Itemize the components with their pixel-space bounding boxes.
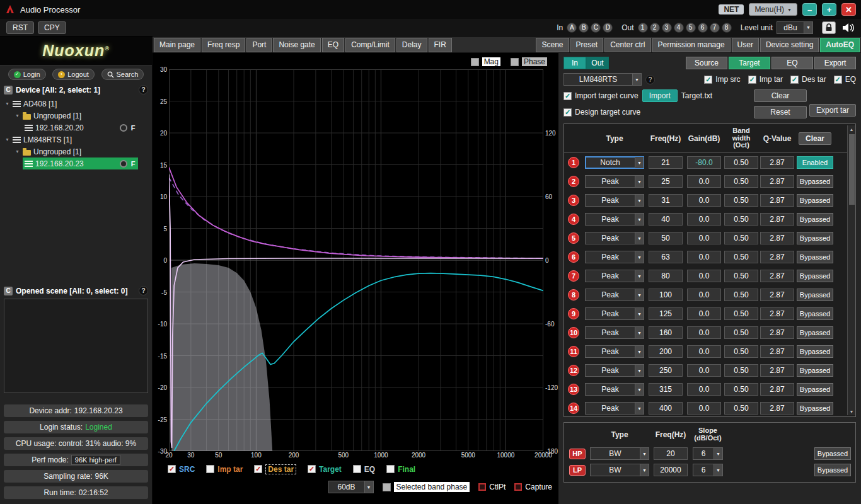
help-icon[interactable]: ? [139,286,148,295]
out-channel-5[interactable]: 5 [686,23,696,33]
range-select[interactable]: 60dB ▼ [328,481,374,493]
band-state-button[interactable]: Enabled [797,156,833,169]
band-freq-input[interactable]: 400 [649,402,683,415]
band-width-input[interactable]: 0.50 [724,345,758,358]
band-q-input[interactable]: 2.87 [760,289,794,301]
panel-tab-eq[interactable]: EQ [771,57,813,69]
device-select[interactable]: LM848RTS ▼ [563,73,642,86]
tab-main-page[interactable]: Main page [154,38,200,52]
xover-state-button[interactable]: Bypassed [814,464,851,476]
expand-arrow-icon[interactable]: ▾ [14,113,20,118]
legend-des-tar[interactable]: ✓Des tar [254,464,296,474]
in-channel-c[interactable]: C [591,23,601,33]
xover-type-select[interactable]: BW▼ [590,464,649,476]
band-type-select[interactable]: Peak▼ [585,232,644,244]
export-tar-button[interactable]: Export tar [809,104,856,117]
band-freq-input[interactable]: 80 [649,270,683,282]
band-state-button[interactable]: Bypassed [797,383,833,396]
io-toggle-in[interactable]: In [563,57,586,69]
band-width-input[interactable]: 0.50 [724,326,758,339]
band-width-input[interactable]: 0.50 [724,213,758,226]
band-state-button[interactable]: Bypassed [797,213,833,226]
band-type-select[interactable]: Peak▼ [585,307,644,320]
band-width-input[interactable]: 0.50 [724,364,758,377]
out-channel-6[interactable]: 6 [698,23,708,33]
band-freq-input[interactable]: 40 [649,213,683,226]
help-icon[interactable]: ? [139,85,148,94]
band-width-input[interactable]: 0.50 [724,402,758,415]
panel-tab-target[interactable]: Target [729,57,770,69]
band-gain-input[interactable]: 0.0 [687,383,721,396]
band-state-button[interactable]: Bypassed [797,307,833,320]
import-target-checkbox[interactable]: ✓ Import target curve [563,91,639,100]
out-channel-3[interactable]: 3 [662,23,672,33]
xover-freq-input[interactable]: 20000 [654,464,688,476]
tree-item-ungrouped-1[interactable]: ▾Ungrouped [1] [13,110,138,122]
tab-eq[interactable]: EQ [322,38,344,52]
phase-checkbox[interactable]: Phase [511,57,547,66]
tree-item-192-168-20-20[interactable]: 192.168.20.20F [23,122,138,134]
band-type-select[interactable]: Peak▼ [585,175,644,188]
tab-scene[interactable]: Scene [536,38,569,52]
checkbox-des-tar[interactable]: ✓Des tar [790,75,826,84]
selected-band-phase-checkbox[interactable]: Selected band phase [383,482,470,492]
out-channel-2[interactable]: 2 [650,23,660,33]
band-type-select[interactable]: Notch▼ [585,156,644,169]
tab-autoeq[interactable]: AutoEQ [820,38,860,52]
band-q-input[interactable]: 2.87 [760,307,794,320]
band-width-input[interactable]: 0.50 [724,383,758,396]
scroll-down-icon[interactable]: ▼ [850,408,854,415]
io-toggle-out[interactable]: Out [586,57,609,69]
band-type-select[interactable]: Peak▼ [585,213,644,226]
out-channel-7[interactable]: 7 [710,23,720,33]
band-q-input[interactable]: 2.87 [760,232,794,244]
band-gain-input[interactable]: 0.0 [687,364,721,377]
tab-center-ctrl[interactable]: Center ctrl [604,38,650,52]
band-width-input[interactable]: 0.50 [724,232,758,244]
tree-item-lm848rts-1[interactable]: ▾LM848RTS [1] [3,134,138,146]
tab-permission-manage[interactable]: Permission manage [652,38,731,52]
band-gain-input[interactable]: -80.0 [687,156,721,169]
in-channel-b[interactable]: B [579,23,589,33]
xover-freq-input[interactable]: 20 [654,447,688,460]
band-freq-input[interactable]: 25 [649,175,683,188]
band-freq-input[interactable]: 200 [649,345,683,358]
speaker-icon[interactable] [842,23,855,33]
band-type-select[interactable]: Peak▼ [585,194,644,207]
band-freq-input[interactable]: 63 [649,251,683,263]
checkbox-eq[interactable]: ✓EQ [834,75,856,84]
logout-button[interactable]: › Logout [52,69,95,80]
band-q-input[interactable]: 2.87 [760,402,794,415]
tree-item-ungrouped-1[interactable]: ▾Ungrouped [1] [13,146,138,158]
help-icon[interactable]: ? [645,75,655,84]
expand-arrow-icon[interactable]: ▾ [4,137,10,142]
band-state-button[interactable]: Bypassed [797,232,833,244]
band-state-button[interactable]: Bypassed [797,364,833,377]
tab-port[interactable]: Port [246,38,272,52]
band-width-input[interactable]: 0.50 [724,307,758,320]
band-state-button[interactable]: Bypassed [797,251,833,263]
scrollbar-thumb[interactable] [849,134,855,205]
band-freq-input[interactable]: 125 [649,307,683,320]
close-button[interactable]: ✕ [841,3,856,16]
clear-bands-button[interactable]: Clear [799,132,831,145]
band-type-select[interactable]: Peak▼ [585,383,644,396]
login-button[interactable]: ✓ Login [8,69,46,80]
tab-comp-limit[interactable]: Comp/Limit [345,38,395,52]
band-gain-input[interactable]: 0.0 [687,270,721,282]
band-q-input[interactable]: 2.87 [760,364,794,377]
band-q-input[interactable]: 2.87 [760,345,794,358]
tab-device-setting[interactable]: Device setting [760,38,819,52]
band-type-select[interactable]: Peak▼ [585,402,644,415]
band-width-input[interactable]: 0.50 [724,289,758,301]
add-window-button[interactable]: + [822,3,836,16]
band-gain-input[interactable]: 0.0 [687,232,721,244]
band-type-select[interactable]: Peak▼ [585,289,644,301]
tree-item-192-168-20-23[interactable]: 192.168.20.23F [23,158,138,169]
out-channel-8[interactable]: 8 [722,23,732,33]
xover-slope-select[interactable]: 6▼ [693,447,723,460]
menu-button[interactable]: Menu(H) ▼ [749,3,797,16]
tab-delay[interactable]: Delay [396,38,427,52]
ctlpt-checkbox[interactable]: CtlPt [478,483,506,491]
band-freq-input[interactable]: 160 [649,326,683,339]
